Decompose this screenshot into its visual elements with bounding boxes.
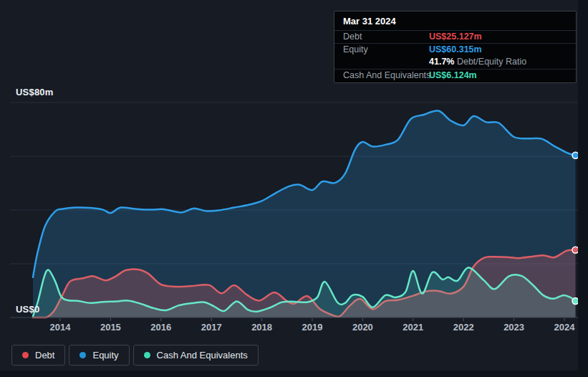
debt-equity-chart-panel: US$80m US$0 2014201520162017201820192020… [0,0,588,377]
chart-legend: Debt Equity Cash And Equivalents [11,345,259,366]
tooltip-cash-label: Cash And Equivalents [343,70,430,82]
right-edge-strip [578,0,588,377]
y-axis-max-label: US$80m [16,87,54,97]
x-axis-year-label: 2016 [150,322,171,333]
tooltip-row-ratio: 41.7% Debt/Equity Ratio [343,56,569,68]
tooltip-equity-value: US$60.315m [429,44,482,56]
tooltip-ratio-label: Debt/Equity Ratio [457,57,526,67]
x-axis-year-label: 2019 [302,322,323,333]
x-axis-year-label: 2014 [50,322,71,333]
chart-tooltip: Mar 31 2024 Debt US$25.127m Equity US$60… [334,11,577,83]
legend-equity-label: Equity [92,350,118,361]
x-axis-labels: 2014201520162017201820192020202120222023… [0,322,588,333]
x-axis-year-label: 2022 [453,322,474,333]
tooltip-debt-value: US$25.127m [429,31,482,43]
tooltip-debt-label: Debt [343,31,362,43]
legend-cash-label: Cash And Equivalents [157,350,248,361]
legend-item-debt[interactable]: Debt [11,345,65,366]
tooltip-date: Mar 31 2024 [343,16,396,27]
x-axis-year-label: 2018 [251,322,272,333]
x-axis-year-label: 2015 [100,322,121,333]
x-axis-year-label: 2021 [403,322,423,333]
legend-item-cash[interactable]: Cash And Equivalents [133,345,259,366]
tooltip-row-equity: Equity US$60.315m [343,44,569,56]
x-axis-year-label: 2020 [352,322,373,333]
y-axis-zero-label: US$0 [16,304,39,315]
debt-series-dot-icon [22,352,29,358]
x-axis-year-label: 2017 [201,322,222,333]
cash-series-dot-icon [144,352,150,358]
bottom-edge-strip [0,371,588,377]
x-axis-year-label: 2023 [503,322,524,333]
tooltip-cash-value: US$6.124m [429,70,477,82]
tooltip-equity-label: Equity [343,44,368,56]
tooltip-row-debt: Debt US$25.127m [343,31,569,43]
equity-series-dot-icon [79,352,86,358]
legend-debt-label: Debt [35,350,54,361]
tooltip-ratio-value: 41.7% [429,57,454,67]
tooltip-row-cash: Cash And Equivalents US$6.124m [343,70,569,82]
legend-item-equity[interactable]: Equity [69,345,129,366]
x-axis-year-label: 2024 [554,322,575,333]
